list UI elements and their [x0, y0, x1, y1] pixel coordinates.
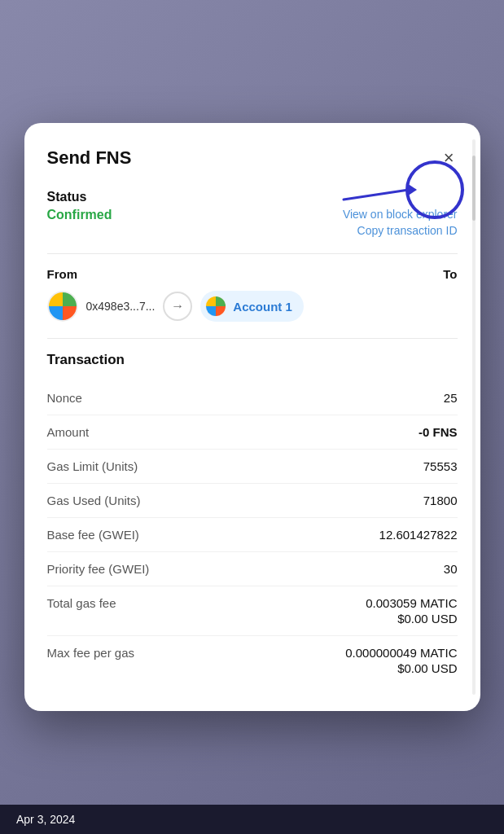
close-button[interactable]: ×	[440, 146, 458, 170]
date-bar: Apr 3, 2024	[0, 805, 504, 834]
amount-label: Amount	[47, 425, 90, 439]
from-address: 0x498e3...7...	[86, 300, 156, 313]
copy-tx-link[interactable]: Copy transaction ID	[357, 224, 458, 237]
tx-row-gas-used: Gas Used (Units) 71800	[47, 484, 458, 518]
status-value: Confirmed	[47, 208, 112, 222]
max-fee-value: 0.000000049 MATIC $0.00 USD	[345, 646, 457, 675]
date-text: Apr 3, 2024	[16, 813, 75, 826]
gas-used-label: Gas Used (Units)	[47, 494, 141, 507]
tx-row-nonce: Nonce 25	[47, 381, 458, 415]
nonce-label: Nonce	[47, 391, 82, 405]
from-to-row: 0x498e3...7... → Account 1	[47, 291, 458, 322]
total-gas-label: Total gas fee	[47, 596, 116, 610]
total-gas-usd: $0.00 USD	[397, 612, 457, 626]
gas-limit-label: Gas Limit (Units)	[47, 459, 138, 473]
status-label: Status	[47, 190, 458, 204]
max-fee-usd: $0.00 USD	[397, 661, 457, 675]
priority-fee-value: 30	[444, 562, 458, 576]
max-fee-label: Max fee per gas	[47, 646, 135, 660]
total-gas-value: 0.003059 MATIC $0.00 USD	[366, 596, 457, 626]
modal-title: Send FNS	[47, 147, 132, 169]
divider-1	[47, 253, 458, 254]
transaction-section: Transaction Nonce 25 Amount -0 FNS Gas L…	[47, 352, 458, 685]
scrollbar-thumb	[472, 156, 476, 221]
from-to-header: From To	[47, 267, 458, 281]
tx-row-priority-fee: Priority fee (GWEI) 30	[47, 552, 458, 586]
divider-2	[47, 338, 458, 339]
tx-row-base-fee: Base fee (GWEI) 12.601427822	[47, 518, 458, 552]
tx-row-gas-limit: Gas Limit (Units) 75553	[47, 450, 458, 484]
amount-value: -0 FNS	[419, 425, 458, 439]
from-to-section: From To 0x498e3...7... →	[47, 267, 458, 322]
tx-row-amount: Amount -0 FNS	[47, 415, 458, 450]
status-links: View on block explorer Copy transaction …	[343, 208, 458, 237]
total-gas-matic: 0.003059 MATIC	[366, 596, 457, 610]
transaction-heading: Transaction	[47, 352, 458, 368]
nonce-value: 25	[444, 391, 458, 405]
status-section: Status Confirmed View on block explorer	[47, 190, 458, 237]
gas-limit-value: 75553	[423, 459, 458, 473]
status-row: Confirmed View on block explorer Copy tr…	[47, 208, 458, 237]
from-avatar	[47, 291, 78, 322]
tx-row-max-fee: Max fee per gas 0.000000049 MATIC $0.00 …	[47, 636, 458, 685]
transfer-arrow: →	[163, 292, 192, 321]
to-avatar	[205, 296, 226, 317]
max-fee-matic: 0.000000049 MATIC	[345, 646, 457, 660]
to-label: To	[443, 267, 457, 281]
base-fee-label: Base fee (GWEI)	[47, 528, 139, 542]
from-label: From	[47, 267, 78, 281]
to-account-chip: Account 1	[200, 291, 304, 322]
base-fee-value: 12.601427822	[379, 528, 458, 542]
tx-row-total-gas: Total gas fee 0.003059 MATIC $0.00 USD	[47, 586, 458, 636]
to-account-label: Account 1	[233, 300, 292, 314]
send-fns-modal: Send FNS × Status Confirmed V	[24, 123, 480, 711]
gas-used-value: 71800	[423, 494, 458, 507]
scrollbar-track[interactable]	[472, 139, 476, 695]
block-explorer-link[interactable]: View on block explorer	[343, 208, 458, 221]
priority-fee-label: Priority fee (GWEI)	[47, 562, 150, 576]
modal-header: Send FNS ×	[47, 146, 458, 170]
